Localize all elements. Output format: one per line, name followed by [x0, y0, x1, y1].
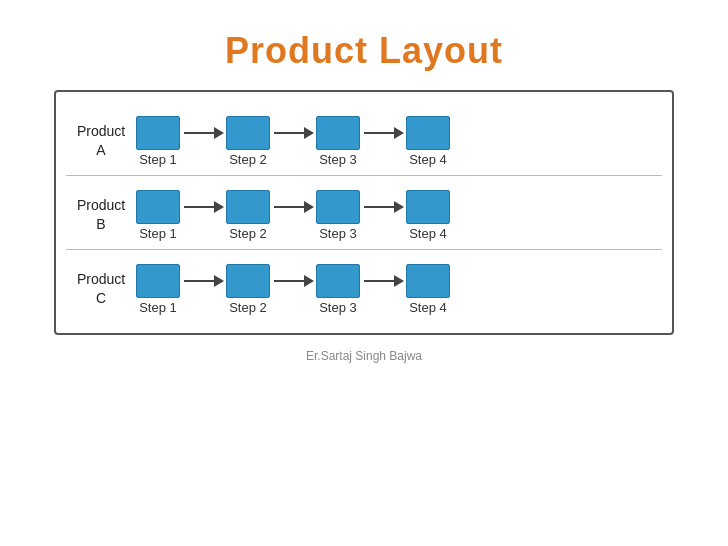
steps-area-c: Step 1 Step 2 Step 3 Step 4: [136, 258, 662, 319]
boxes-row-a: [136, 110, 662, 152]
step-label-c1: Step 1: [136, 300, 180, 315]
step-label-b3: Step 3: [316, 226, 360, 241]
product-label-b: ProductB: [66, 196, 136, 232]
labels-row-b: Step 1 Step 2 Step 3 Step 4: [136, 226, 662, 245]
steps-area-a: Step 1 Step 2 Step 3 Step 4: [136, 110, 662, 171]
step-box-c1: [136, 264, 180, 298]
step-label-b2: Step 2: [226, 226, 270, 241]
step-box-a1: [136, 116, 180, 150]
labels-row-c: Step 1 Step 2 Step 3 Step 4: [136, 300, 662, 319]
product-row-b: ProductB Step 1 Step 2 Step 3: [66, 175, 662, 249]
step-box-b3: [316, 190, 360, 224]
steps-area-b: Step 1 Step 2 Step 3 Step 4: [136, 184, 662, 245]
step-label-b4: Step 4: [406, 226, 450, 241]
step-label-a1: Step 1: [136, 152, 180, 167]
step-label-c2: Step 2: [226, 300, 270, 315]
product-row-c: ProductC Step 1 Step 2 Step 3: [66, 249, 662, 323]
diagram-container: ProductA Step 1 Step 2 Step 3: [54, 90, 674, 335]
product-label-a: ProductA: [66, 122, 136, 158]
step-box-b4: [406, 190, 450, 224]
step-box-c2: [226, 264, 270, 298]
labels-row-a: Step 1 Step 2 Step 3 Step 4: [136, 152, 662, 171]
step-box-a4: [406, 116, 450, 150]
step-box-c4: [406, 264, 450, 298]
page-title: Product Layout: [225, 30, 503, 72]
footer-text: Er.Sartaj Singh Bajwa: [306, 349, 422, 363]
step-label-c4: Step 4: [406, 300, 450, 315]
boxes-row-c: [136, 258, 662, 300]
step-label-a2: Step 2: [226, 152, 270, 167]
boxes-row-b: [136, 184, 662, 226]
step-label-c3: Step 3: [316, 300, 360, 315]
product-label-c: ProductC: [66, 270, 136, 306]
step-box-c3: [316, 264, 360, 298]
step-label-b1: Step 1: [136, 226, 180, 241]
step-box-a2: [226, 116, 270, 150]
product-row-a: ProductA Step 1 Step 2 Step 3: [66, 102, 662, 175]
step-label-a3: Step 3: [316, 152, 360, 167]
step-label-a4: Step 4: [406, 152, 450, 167]
step-box-b2: [226, 190, 270, 224]
step-box-a3: [316, 116, 360, 150]
step-box-b1: [136, 190, 180, 224]
